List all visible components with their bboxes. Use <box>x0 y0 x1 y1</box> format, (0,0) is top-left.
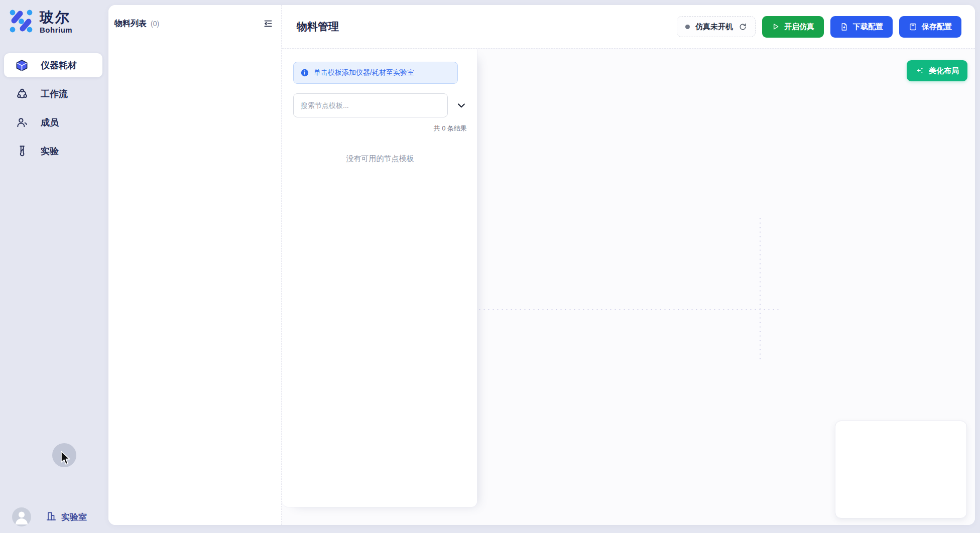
sidebar-item-label: 实验 <box>41 145 59 157</box>
sidebar-item-workflow[interactable]: 工作流 <box>4 82 102 106</box>
sidebar-footer: 实验室 <box>12 507 87 526</box>
material-list-panel: 物料列表 (0) <box>108 5 282 525</box>
mouse-cursor-icon <box>61 451 72 468</box>
canvas-guide-horizontal <box>477 309 779 310</box>
canvas-guide-vertical <box>760 216 761 362</box>
download-config-label: 下载配置 <box>853 22 883 32</box>
sidebar-item-label: 成员 <box>41 116 59 128</box>
refresh-icon[interactable] <box>739 23 747 31</box>
lab-label: 实验室 <box>61 511 87 523</box>
sidebar-item-label: 工作流 <box>41 88 68 100</box>
save-icon <box>909 23 917 31</box>
save-config-button[interactable]: 保存配置 <box>899 16 961 38</box>
canvas-minimap[interactable] <box>835 421 967 518</box>
experiment-icon <box>15 145 29 158</box>
brand-text: 玻尔 Bohrium <box>40 10 72 35</box>
brand-logo[interactable]: 玻尔 Bohrium <box>9 8 72 36</box>
workspace: 物料管理 仿真未开机 <box>282 5 975 525</box>
template-hint-banner[interactable]: 单击模板添加仪器/耗材至实验室 <box>293 62 458 84</box>
main-card: 物料列表 (0) 物料管理 仿真未开机 <box>108 5 975 525</box>
material-list-header: 物料列表 (0) <box>108 5 281 29</box>
menu-fold-icon[interactable] <box>263 18 274 29</box>
simulation-status-label: 仿真未开机 <box>695 22 733 32</box>
download-config-button[interactable]: 下载配置 <box>830 16 893 38</box>
template-search-row <box>293 93 467 117</box>
file-download-icon <box>840 23 848 31</box>
building-icon <box>46 510 57 524</box>
template-empty-text: 没有可用的节点模板 <box>293 154 467 164</box>
start-simulation-label: 开启仿真 <box>784 22 814 32</box>
sidebar-item-instruments[interactable]: 仪器耗材 <box>4 53 102 77</box>
template-result-count: 共 0 条结果 <box>293 124 467 133</box>
sidebar-item-experiment[interactable]: 实验 <box>4 139 102 163</box>
template-hint-text: 单击模板添加仪器/耗材至实验室 <box>314 68 414 77</box>
sparkles-icon <box>915 66 924 75</box>
beautify-layout-label: 美化布局 <box>929 66 959 76</box>
lab-switcher[interactable]: 实验室 <box>46 510 87 524</box>
play-icon <box>772 23 780 31</box>
chevron-down-icon[interactable] <box>456 100 466 110</box>
workflow-icon <box>15 87 29 101</box>
template-search-input[interactable] <box>293 93 448 117</box>
app-root: 玻尔 Bohrium 仪器耗材 <box>0 0 980 533</box>
toolbar: 物料管理 仿真未开机 <box>282 5 975 48</box>
sidebar-item-members[interactable]: 成员 <box>4 110 102 135</box>
avatar[interactable] <box>12 507 31 526</box>
material-list-count: (0) <box>151 20 159 28</box>
status-dot <box>685 25 690 29</box>
simulation-status-pill[interactable]: 仿真未开机 <box>677 16 756 37</box>
brand-name-cn: 玻尔 <box>40 10 72 26</box>
save-config-label: 保存配置 <box>922 22 952 32</box>
members-icon <box>15 116 29 129</box>
sidebar-nav: 仪器耗材 工作流 <box>0 53 108 168</box>
beautify-layout-button[interactable]: 美化布局 <box>907 60 967 81</box>
start-simulation-button[interactable]: 开启仿真 <box>762 16 824 38</box>
cube-icon <box>15 59 29 72</box>
page-title: 物料管理 <box>297 20 339 34</box>
sidebar-item-label: 仪器耗材 <box>41 59 77 71</box>
toolbar-actions: 仿真未开机 <box>677 16 961 38</box>
bohrium-logo-icon <box>9 8 33 36</box>
flow-canvas[interactable]: 单击模板添加仪器/耗材至实验室 共 0 条结果 没有可用的节点模板 <box>282 48 975 525</box>
info-icon <box>301 69 309 77</box>
brand-name-en: Bohrium <box>40 26 72 34</box>
template-panel: 单击模板添加仪器/耗材至实验室 共 0 条结果 没有可用的节点模板 <box>282 49 477 507</box>
material-list-title: 物料列表 <box>114 19 147 29</box>
